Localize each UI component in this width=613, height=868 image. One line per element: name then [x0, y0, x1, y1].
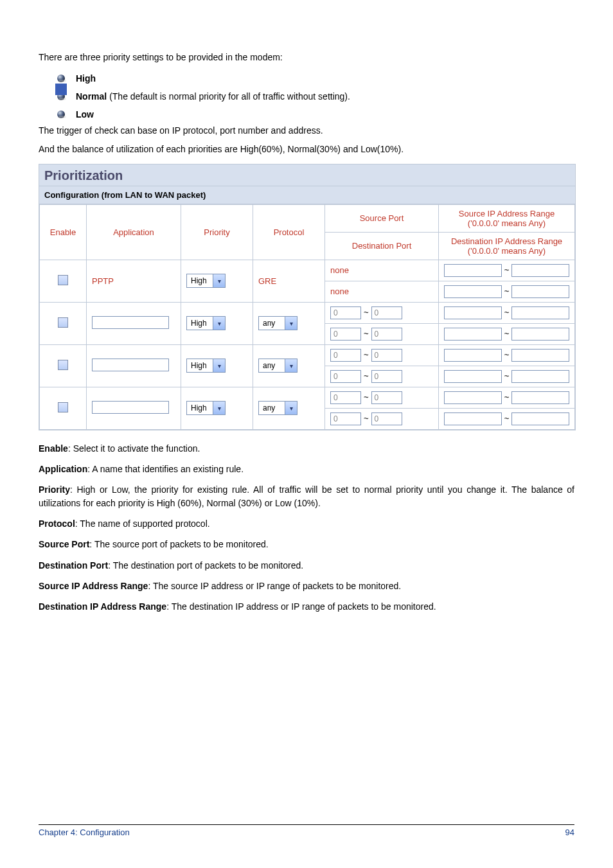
- priority-select[interactable]: High ▾: [186, 359, 226, 373]
- tilde-icon: ~: [503, 265, 511, 275]
- def-protocol: Protocol: The name of supported protocol…: [39, 517, 574, 530]
- select-value: any: [259, 361, 285, 370]
- tilde-icon: ~: [362, 350, 370, 360]
- def-term: Application: [39, 464, 87, 474]
- range-to-input[interactable]: [511, 264, 569, 277]
- bullet-normal: Normal (The default is normal priority f…: [57, 89, 574, 104]
- tilde-icon: ~: [362, 393, 370, 402]
- prioritization-panel: Prioritization Configuration (from LAN t…: [39, 164, 576, 430]
- tilde-icon: ~: [362, 414, 370, 423]
- def-application: Application: A name that identifies an e…: [39, 463, 574, 475]
- range-to-input[interactable]: [511, 370, 569, 383]
- protocol-select[interactable]: any ▾: [258, 316, 298, 330]
- range-to-input[interactable]: [511, 285, 569, 298]
- tilde-icon: ~: [503, 287, 511, 296]
- priority-select[interactable]: High ▾: [186, 401, 226, 415]
- protocol-select[interactable]: any ▾: [258, 401, 298, 415]
- range-to-input[interactable]: [511, 412, 569, 425]
- dest-range-cell: ~: [444, 285, 569, 298]
- select-value: High: [187, 361, 213, 370]
- source-range-cell: ~: [444, 349, 569, 362]
- source-port-cell: none: [325, 260, 439, 281]
- dest-port-cell: 0 ~ 0: [330, 412, 433, 425]
- range-to-input[interactable]: [511, 391, 569, 404]
- chevron-down-icon: ▾: [213, 317, 225, 330]
- port-from-input[interactable]: 0: [330, 370, 361, 383]
- def-text: : A name that identifies an existing rul…: [87, 464, 244, 474]
- source-range-cell: ~: [444, 306, 569, 319]
- select-value: High: [187, 276, 213, 285]
- def-priority: Priority: High or Low, the priority for …: [39, 483, 574, 509]
- protocol-select[interactable]: any ▾: [258, 359, 298, 373]
- tilde-icon: ~: [503, 393, 511, 402]
- chevron-down-icon: ▾: [213, 359, 225, 372]
- port-to-input[interactable]: 0: [371, 370, 402, 383]
- def-dest-range: Destination IP Address Range: The destin…: [39, 600, 574, 613]
- def-term: Source Port: [39, 539, 89, 549]
- range-from-input[interactable]: [444, 412, 502, 425]
- def-text: : High or Low, the priority for existing…: [39, 484, 574, 508]
- application-input[interactable]: [92, 401, 169, 414]
- def-text: : The destination IP address or IP range…: [166, 601, 436, 612]
- source-port-cell: 0 ~ 0: [330, 349, 433, 362]
- range-to-input[interactable]: [511, 328, 569, 341]
- port-to-input[interactable]: 0: [371, 328, 402, 341]
- range-from-input[interactable]: [444, 306, 502, 319]
- port-from-input[interactable]: 0: [330, 391, 361, 404]
- header-enable: Enable: [40, 204, 87, 260]
- header-priority: Priority: [181, 204, 253, 260]
- port-to-input[interactable]: 0: [371, 412, 402, 425]
- dest-range-cell: ~: [444, 412, 569, 425]
- tilde-icon: ~: [362, 371, 370, 381]
- tilde-icon: ~: [503, 329, 511, 339]
- port-from-input[interactable]: 0: [330, 328, 361, 341]
- def-source-port: Source Port: The source port of packets …: [39, 538, 574, 551]
- panel-subtitle: Configuration (from LAN to WAN packet): [39, 186, 575, 204]
- application-input[interactable]: [92, 359, 169, 371]
- source-range-cell: ~: [444, 391, 569, 404]
- select-value: High: [187, 403, 213, 412]
- port-from-input[interactable]: 0: [330, 306, 361, 319]
- def-term: Priority: [39, 484, 70, 495]
- svg-point-5: [58, 116, 66, 118]
- bullet-label: Normal: [76, 91, 107, 102]
- range-from-input[interactable]: [444, 391, 502, 404]
- port-from-input[interactable]: 0: [330, 412, 361, 425]
- enable-checkbox[interactable]: [58, 275, 68, 285]
- priority-select[interactable]: High ▾: [186, 274, 226, 288]
- def-text: : The source IP address or IP range of p…: [148, 581, 401, 591]
- tilde-icon: ~: [503, 371, 511, 381]
- application-input[interactable]: [92, 316, 169, 329]
- chevron-down-icon: ▾: [213, 274, 225, 287]
- port-to-input[interactable]: 0: [371, 391, 402, 404]
- sphere-icon: [57, 74, 67, 83]
- enable-checkbox[interactable]: [58, 317, 68, 328]
- port-to-input[interactable]: 0: [371, 349, 402, 362]
- footer-chapter: Chapter 4: Configuration: [39, 828, 130, 837]
- table-row: PPTP High ▾ GRE none ~: [40, 260, 575, 281]
- application-cell: PPTP: [87, 260, 181, 302]
- def-dest-port: Destination Port: The destination port o…: [39, 559, 574, 572]
- range-to-input[interactable]: [511, 349, 569, 362]
- page-footer: Chapter 4: Configuration 94: [39, 824, 574, 837]
- sphere-icon: [57, 110, 67, 119]
- select-value: High: [187, 319, 213, 328]
- port-from-input[interactable]: 0: [330, 349, 361, 362]
- range-from-input[interactable]: [444, 285, 502, 298]
- priority-select[interactable]: High ▾: [186, 316, 226, 330]
- port-to-input[interactable]: 0: [371, 306, 402, 319]
- range-from-input[interactable]: [444, 328, 502, 341]
- source-range-cell: ~: [444, 264, 569, 277]
- range-from-input[interactable]: [444, 370, 502, 383]
- enable-checkbox[interactable]: [58, 402, 68, 412]
- tilde-icon: ~: [362, 329, 370, 339]
- def-term: Destination IP Address Range: [39, 601, 166, 612]
- range-from-input[interactable]: [444, 264, 502, 277]
- def-text: : The destination port of packets to be …: [108, 560, 303, 571]
- range-to-input[interactable]: [511, 306, 569, 319]
- range-from-input[interactable]: [444, 349, 502, 362]
- header-dest-port: Destination Port: [325, 232, 439, 260]
- bullet-label: Low: [76, 109, 94, 120]
- panel-title: Prioritization: [39, 164, 575, 186]
- enable-checkbox[interactable]: [58, 360, 68, 370]
